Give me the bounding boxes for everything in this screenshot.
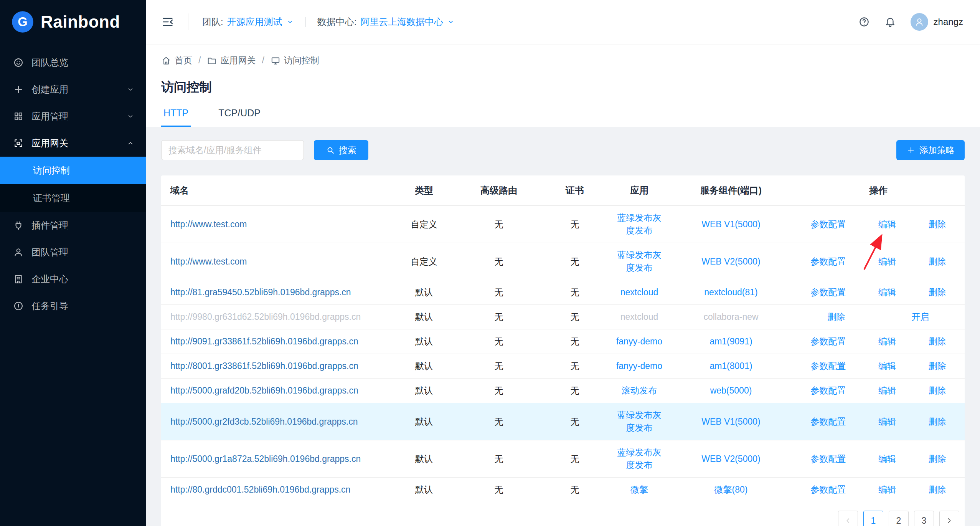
action-params-config[interactable]: 参数配置 — [810, 286, 846, 299]
action-delete[interactable]: 删除 — [929, 360, 946, 372]
tab-tcp-udp[interactable]: TCP/UDP — [216, 108, 263, 127]
action-params-config[interactable]: 参数配置 — [810, 483, 846, 496]
action-params-config[interactable]: 参数配置 — [810, 255, 846, 268]
action-edit[interactable]: 编辑 — [878, 453, 896, 465]
component-link[interactable]: web(5000) — [670, 379, 792, 403]
domain-cell[interactable]: http://5000.gr2fd3cb.52bli69h.0196bd.gra… — [161, 403, 391, 440]
action-delete[interactable]: 删除 — [929, 255, 946, 268]
app-link[interactable]: 蓝绿发布灰度发布 — [609, 206, 670, 243]
pagination-prev-button[interactable] — [838, 511, 858, 526]
domain-cell[interactable]: http://9091.gr33861f.52bli69h.0196bd.gra… — [161, 329, 391, 354]
action-params-config[interactable]: 参数配置 — [810, 384, 846, 397]
team-selector[interactable]: 团队: 开源应用测试 — [202, 16, 294, 28]
action-edit[interactable]: 编辑 — [878, 286, 896, 299]
chevron-up-icon — [127, 139, 134, 147]
component-link[interactable]: am1(8001) — [670, 354, 792, 379]
action-enable[interactable]: 开启 — [912, 311, 929, 323]
domain-cell[interactable]: http://8001.gr33861f.52bli69h.0196bd.gra… — [161, 354, 391, 379]
action-delete[interactable]: 删除 — [929, 218, 946, 231]
action-delete[interactable]: 删除 — [929, 483, 946, 496]
domain-cell[interactable]: http://81.gra59450.52bli69h.0196bd.grapp… — [161, 280, 391, 305]
app-link[interactable]: 滚动发布 — [609, 379, 670, 403]
sidebar-item-guide[interactable]: 任务引导 — [0, 293, 146, 319]
component-link[interactable]: 微擎(80) — [670, 478, 792, 502]
action-delete[interactable]: 删除 — [929, 286, 946, 299]
sidebar-item-plugins[interactable]: 插件管理 — [0, 212, 146, 239]
domain-cell[interactable]: http://9980.gr631d62.52bli69h.0196bd.gra… — [161, 305, 391, 329]
sidebar-item-apps[interactable]: 应用管理 — [0, 103, 146, 130]
pagination-page-1[interactable]: 1 — [863, 511, 883, 526]
component-link[interactable]: WEB V2(5000) — [670, 243, 792, 280]
breadcrumb-item[interactable]: 应用网关 — [207, 55, 256, 66]
component-link[interactable]: am1(9091) — [670, 329, 792, 354]
app-link[interactable]: 微擎 — [609, 478, 670, 502]
sidebar-item-team[interactable]: 团队管理 — [0, 239, 146, 266]
sidebar-subitem-access-control[interactable]: 访问控制 — [0, 157, 146, 184]
app-link[interactable]: nextcloud — [609, 280, 670, 305]
sidebar-item-enterprise[interactable]: 企业中心 — [0, 266, 146, 293]
search-button[interactable]: 搜索 — [314, 140, 368, 160]
type-cell: 自定义 — [391, 243, 457, 280]
domain-cell[interactable]: http://5000.gr1a872a.52bli69h.0196bd.gra… — [161, 440, 391, 478]
component-link[interactable]: nextcloud(81) — [670, 280, 792, 305]
app-link[interactable]: fanyy-demo — [609, 329, 670, 354]
policy-table-card: 域名类型高级路由证书应用服务组件(端口)操作 http://www.test.c… — [161, 175, 965, 526]
action-params-config[interactable]: 参数配置 — [810, 335, 846, 348]
tab-http[interactable]: HTTP — [161, 108, 191, 127]
selector-separator — [305, 17, 306, 27]
action-params-config[interactable]: 参数配置 — [810, 415, 846, 428]
domain-cell[interactable]: http://www.test.com — [161, 243, 391, 280]
action-params-config[interactable]: 参数配置 — [810, 218, 846, 231]
action-params-config[interactable]: 参数配置 — [810, 453, 846, 465]
chevron-down-icon — [286, 18, 294, 26]
app-link[interactable]: nextcloud — [609, 305, 670, 329]
type-cell: 自定义 — [391, 206, 457, 243]
domain-cell[interactable]: http://5000.grafd20b.52bli69h.0196bd.gra… — [161, 379, 391, 403]
app-link[interactable]: 蓝绿发布灰度发布 — [609, 440, 670, 478]
action-edit[interactable]: 编辑 — [878, 483, 896, 496]
sidebar-item-overview[interactable]: 团队总览 — [0, 49, 146, 76]
datacenter-selector[interactable]: 数据中心: 阿里云上海数据中心 — [317, 16, 455, 28]
breadcrumb-item[interactable]: 首页 — [161, 55, 192, 66]
action-delete[interactable]: 删除 — [929, 415, 946, 428]
app-link[interactable]: 蓝绿发布灰度发布 — [609, 403, 670, 440]
sidebar-subitem-certificates[interactable]: 证书管理 — [0, 184, 146, 212]
sidebar-item-create[interactable]: 创建应用 — [0, 76, 146, 103]
topbar: 团队: 开源应用测试 数据中心: 阿里云上海数据中心 zhangz — [146, 0, 980, 44]
collapse-sidebar-icon[interactable] — [161, 15, 174, 28]
pagination-next-button[interactable] — [939, 511, 959, 526]
pagination-page-3[interactable]: 3 — [914, 511, 934, 526]
component-link[interactable]: WEB V1(5000) — [670, 206, 792, 243]
action-params-config[interactable]: 参数配置 — [810, 360, 846, 372]
app-link[interactable]: 蓝绿发布灰度发布 — [609, 243, 670, 280]
help-icon[interactable] — [858, 16, 870, 28]
tabs: HTTPTCP/UDP — [161, 108, 965, 127]
route-cell: 无 — [457, 403, 541, 440]
component-link[interactable]: collabora-new — [670, 305, 792, 329]
domain-cell[interactable]: http://www.test.com — [161, 206, 391, 243]
action-edit[interactable]: 编辑 — [878, 255, 896, 268]
action-edit[interactable]: 编辑 — [878, 415, 896, 428]
app-link[interactable]: fanyy-demo — [609, 354, 670, 379]
action-delete[interactable]: 删除 — [929, 453, 946, 465]
action-delete[interactable]: 删除 — [929, 384, 946, 397]
action-edit[interactable]: 编辑 — [878, 384, 896, 397]
action-edit[interactable]: 编辑 — [878, 335, 896, 348]
sidebar-item-gateway[interactable]: 应用网关 — [0, 130, 146, 157]
component-link[interactable]: WEB V2(5000) — [670, 440, 792, 478]
action-edit[interactable]: 编辑 — [878, 218, 896, 231]
add-policy-button[interactable]: 添加策略 — [896, 140, 965, 160]
policy-table: 域名类型高级路由证书应用服务组件(端口)操作 http://www.test.c… — [161, 175, 965, 502]
domain-cell[interactable]: http://80.grddc001.52bli69h.0196bd.grapp… — [161, 478, 391, 502]
breadcrumb-item[interactable]: 访问控制 — [271, 55, 319, 66]
brand[interactable]: G Rainbond — [0, 0, 146, 44]
action-delete[interactable]: 删除 — [828, 311, 845, 323]
component-link[interactable]: WEB V1(5000) — [670, 403, 792, 440]
search-input[interactable] — [161, 140, 304, 160]
pagination-page-2[interactable]: 2 — [889, 511, 909, 526]
user-menu[interactable]: zhangz — [911, 13, 963, 31]
action-delete[interactable]: 删除 — [929, 335, 946, 348]
action-edit[interactable]: 编辑 — [878, 360, 896, 372]
topbar-divider — [188, 13, 188, 30]
bell-icon[interactable] — [884, 16, 896, 28]
